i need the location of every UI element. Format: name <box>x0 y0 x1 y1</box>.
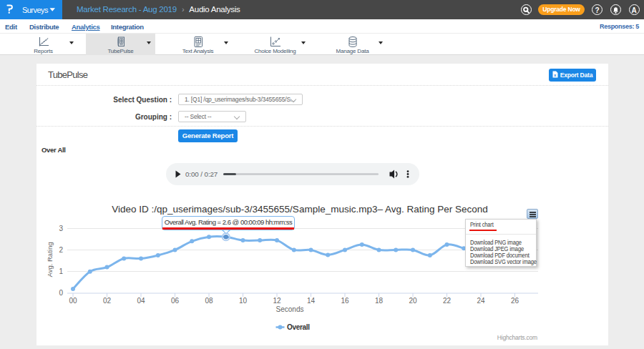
svg-text:0: 0 <box>59 289 63 297</box>
svg-text:24: 24 <box>477 297 485 305</box>
svg-text:22: 22 <box>443 297 452 305</box>
svg-text:2: 2 <box>59 246 63 254</box>
svg-text:26: 26 <box>511 297 519 305</box>
svg-text:Video ID :/qp_userimages/sub-3: Video ID :/qp_userimages/sub-3/3455655/S… <box>112 204 488 215</box>
svg-text:04: 04 <box>137 297 145 305</box>
svg-text:Seconds: Seconds <box>276 305 304 313</box>
svg-text:Avg. Rating: Avg. Rating <box>46 242 54 277</box>
svg-text:3: 3 <box>59 225 63 232</box>
svg-text:02: 02 <box>103 297 112 305</box>
svg-text:06: 06 <box>171 297 180 305</box>
svg-text:14: 14 <box>307 297 316 305</box>
svg-text:10: 10 <box>239 297 248 305</box>
svg-text:18: 18 <box>375 297 384 305</box>
svg-text:1: 1 <box>59 267 63 275</box>
svg-text:20: 20 <box>409 297 417 305</box>
svg-text:Overall: Overall <box>287 323 310 331</box>
svg-text:12: 12 <box>273 297 281 305</box>
svg-text:16: 16 <box>341 297 349 305</box>
svg-text:00: 00 <box>69 297 77 305</box>
svg-text:08: 08 <box>205 297 213 305</box>
svg-text:Highcharts.com: Highcharts.com <box>497 334 537 341</box>
